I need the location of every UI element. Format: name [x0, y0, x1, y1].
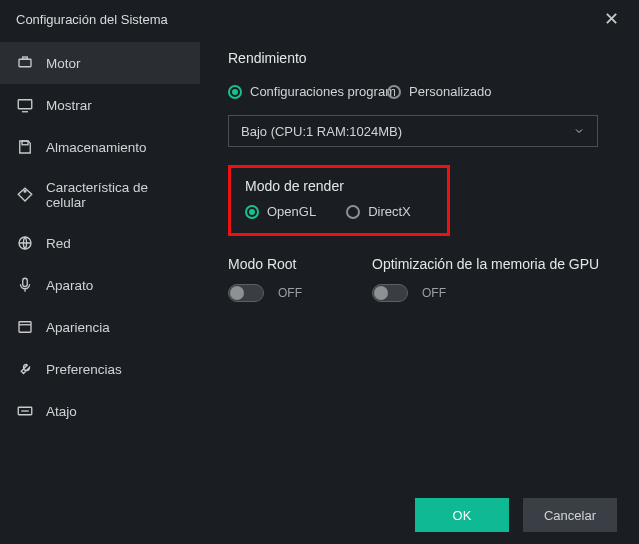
sidebar-item-label: Característica de celular — [46, 180, 184, 210]
sidebar-item-label: Atajo — [46, 404, 77, 419]
sidebar-item-label: Red — [46, 236, 71, 251]
performance-mode-row: Configuraciones programadas Personalizad… — [228, 84, 611, 99]
svg-rect-4 — [22, 141, 28, 145]
sidebar-item-label: Mostrar — [46, 98, 92, 113]
select-value: Bajo (CPU:1 RAM:1024MB) — [241, 124, 402, 139]
radio-label: DirectX — [368, 204, 411, 219]
radio-dot-icon — [387, 85, 401, 99]
chevron-down-icon — [573, 125, 585, 137]
sidebar-item-display[interactable]: Mostrar — [0, 84, 200, 126]
gpu-mem-toggle[interactable] — [372, 284, 408, 302]
sidebar-item-appearance[interactable]: Apariencia — [0, 306, 200, 348]
performance-title: Rendimiento — [228, 50, 611, 66]
tag-icon — [16, 186, 34, 204]
radio-opengl[interactable]: OpenGL — [245, 204, 316, 219]
radio-label: Configuraciones programadas — [250, 84, 395, 99]
sidebar-item-label: Preferencias — [46, 362, 122, 377]
save-icon — [16, 138, 34, 156]
render-mode-row: OpenGL DirectX — [245, 204, 433, 219]
sidebar-item-network[interactable]: Red — [0, 222, 200, 264]
keyboard-icon — [16, 402, 34, 420]
footer: OK Cancelar — [0, 486, 639, 544]
window-title: Configuración del Sistema — [16, 12, 168, 27]
sidebar-item-storage[interactable]: Almacenamiento — [0, 126, 200, 168]
ok-button[interactable]: OK — [415, 498, 509, 532]
gpu-mem-toggle-row: OFF — [372, 284, 599, 302]
sidebar-item-label: Aparato — [46, 278, 93, 293]
radio-label: OpenGL — [267, 204, 316, 219]
root-mode-toggle-row: OFF — [228, 284, 302, 302]
svg-rect-0 — [19, 59, 31, 67]
sidebar-item-phone-features[interactable]: Característica de celular — [0, 168, 200, 222]
radio-label: Personalizado — [409, 84, 491, 99]
svg-rect-2 — [18, 100, 32, 109]
svg-rect-7 — [23, 278, 28, 286]
sidebar-item-label: Apariencia — [46, 320, 110, 335]
close-icon[interactable]: ✕ — [598, 4, 625, 34]
sidebar-item-preferences[interactable]: Preferencias — [0, 348, 200, 390]
sidebar-item-shortcut[interactable]: Atajo — [0, 390, 200, 432]
radio-preset-config[interactable]: Configuraciones programadas — [228, 84, 395, 99]
root-mode-title: Modo Root — [228, 256, 302, 272]
render-mode-highlight: Modo de render OpenGL DirectX — [228, 165, 450, 236]
root-mode-col: Modo Root OFF — [228, 256, 302, 302]
sidebar-item-label: Almacenamiento — [46, 140, 147, 155]
body: Motor Mostrar Almacenamiento Característ… — [0, 38, 639, 486]
globe-icon — [16, 234, 34, 252]
cancel-button[interactable]: Cancelar — [523, 498, 617, 532]
mic-icon — [16, 276, 34, 294]
sidebar-item-motor[interactable]: Motor — [0, 42, 200, 84]
radio-dot-icon — [228, 85, 242, 99]
render-mode-title: Modo de render — [245, 178, 433, 194]
sidebar-item-label: Motor — [46, 56, 81, 71]
root-mode-toggle[interactable] — [228, 284, 264, 302]
radio-dot-icon — [245, 205, 259, 219]
sidebar: Motor Mostrar Almacenamiento Característ… — [0, 38, 200, 486]
gpu-mem-state: OFF — [422, 286, 446, 300]
gpu-mem-title: Optimización de la memoria de GPU — [372, 256, 599, 272]
wrench-icon — [16, 360, 34, 378]
sidebar-item-device[interactable]: Aparato — [0, 264, 200, 306]
titlebar: Configuración del Sistema ✕ — [0, 0, 639, 38]
svg-point-5 — [24, 190, 26, 192]
window-icon — [16, 318, 34, 336]
radio-custom-config[interactable]: Personalizado — [387, 84, 491, 99]
svg-rect-8 — [19, 322, 31, 333]
root-mode-state: OFF — [278, 286, 302, 300]
display-icon — [16, 96, 34, 114]
radio-directx[interactable]: DirectX — [346, 204, 411, 219]
engine-icon — [16, 54, 34, 72]
performance-preset-select[interactable]: Bajo (CPU:1 RAM:1024MB) — [228, 115, 598, 147]
radio-dot-icon — [346, 205, 360, 219]
content-pane: Rendimiento Configuraciones programadas … — [200, 38, 639, 486]
svg-rect-1 — [23, 57, 28, 59]
toggles-row: Modo Root OFF Optimización de la memoria… — [228, 256, 611, 302]
gpu-mem-col: Optimización de la memoria de GPU OFF — [372, 256, 599, 302]
